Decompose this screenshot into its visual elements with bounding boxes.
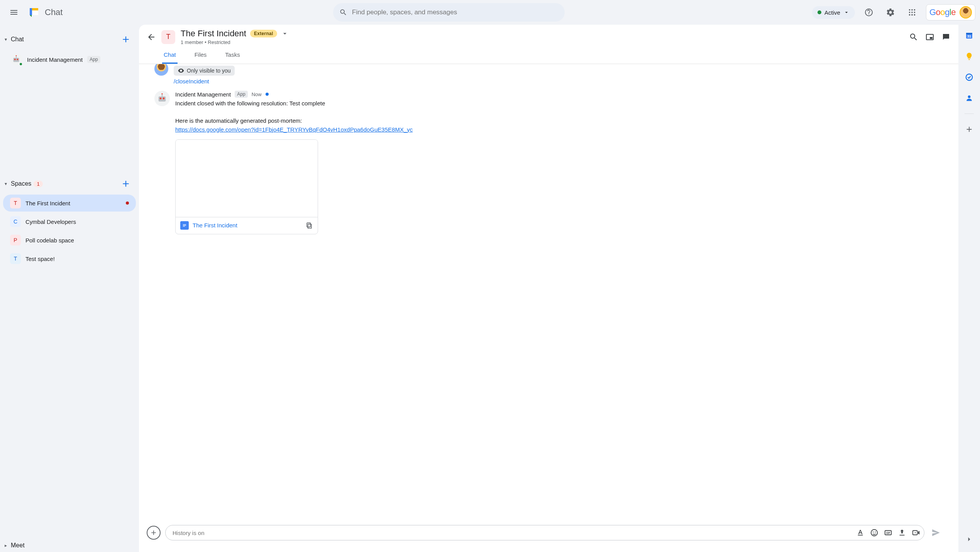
picture-in-picture-icon[interactable] (925, 32, 934, 42)
meet-section-title: Meet (11, 542, 25, 549)
add-attachment-button[interactable] (147, 526, 161, 540)
app-name: Chat (45, 7, 63, 17)
chevron-down-icon (843, 9, 850, 15)
bot-avatar-icon (154, 91, 170, 106)
space-chip-icon: T (10, 198, 21, 208)
space-item-cymbal[interactable]: C Cymbal Developers (3, 213, 136, 230)
space-item-poll[interactable]: P Poll codelab space (3, 232, 136, 249)
spaces-section-header[interactable]: ▾ Spaces 1 (0, 174, 139, 194)
svg-text:GIF: GIF (886, 532, 890, 534)
space-chip-icon: C (10, 216, 21, 227)
search-bar[interactable] (333, 3, 565, 22)
tabs: Chat Files Tasks (139, 45, 958, 64)
search-in-space-icon[interactable] (909, 32, 918, 42)
svg-point-7 (914, 9, 916, 11)
keep-icon[interactable] (962, 49, 976, 63)
sidebar: ▾ Chat Incident Management App ▾ Spaces … (0, 25, 139, 552)
search-icon (339, 8, 347, 17)
gif-icon[interactable]: GIF (884, 528, 892, 537)
svg-point-12 (911, 14, 913, 16)
docs-icon (180, 221, 189, 230)
tab-tasks[interactable]: Tasks (223, 47, 241, 64)
contacts-icon[interactable] (962, 91, 976, 105)
upload-icon[interactable] (898, 528, 906, 537)
calendar-icon[interactable]: 31 (962, 29, 976, 42)
space-item-first-incident[interactable]: T The First Incident (3, 195, 136, 212)
chat-section-header[interactable]: ▾ Chat (0, 29, 139, 49)
side-rail: 31 (958, 25, 980, 552)
search-input[interactable] (352, 8, 559, 16)
new-chat-button[interactable] (119, 32, 133, 46)
svg-rect-30 (307, 223, 310, 227)
svg-point-16 (17, 59, 18, 60)
back-button[interactable] (147, 32, 156, 42)
svg-point-33 (875, 532, 876, 532)
show-side-panel-button[interactable] (962, 538, 976, 552)
tab-files[interactable]: Files (193, 47, 208, 64)
copy-icon[interactable] (305, 222, 313, 229)
send-button[interactable] (929, 526, 943, 540)
doc-preview-card[interactable]: The First Incident (175, 139, 318, 234)
svg-text:31: 31 (967, 34, 971, 38)
chat-logo-icon (26, 5, 42, 20)
eye-icon (178, 67, 184, 74)
account-chip[interactable]: Google (926, 4, 975, 20)
svg-point-41 (968, 95, 971, 98)
status-dot-icon (818, 10, 821, 14)
svg-rect-26 (183, 224, 186, 225)
tab-chat[interactable]: Chat (162, 47, 178, 64)
svg-rect-20 (930, 37, 933, 39)
unread-dot-icon (126, 201, 129, 205)
chat-item-label: Incident Management (27, 56, 83, 63)
bot-message: Incident Management App Now Incident clo… (154, 91, 943, 234)
svg-rect-3 (32, 10, 38, 15)
new-space-button[interactable] (119, 177, 133, 191)
doc-name[interactable]: The First Incident (193, 221, 237, 230)
message-input[interactable] (173, 530, 854, 536)
svg-point-5 (909, 9, 911, 11)
svg-point-8 (909, 12, 911, 13)
message-composer[interactable]: GIF (165, 525, 924, 540)
thread-panel-icon[interactable] (941, 32, 951, 42)
video-meeting-icon[interactable] (912, 528, 920, 537)
status-label: Active (824, 9, 840, 16)
doc-thumbnail (176, 140, 318, 217)
status-pill[interactable]: Active (812, 6, 855, 19)
chevron-down-icon[interactable] (281, 30, 289, 37)
space-item-test[interactable]: T Test space! (3, 250, 136, 267)
format-icon[interactable] (856, 528, 865, 537)
tasks-icon[interactable] (962, 70, 976, 84)
user-message: Only visible to you /closeIncident (154, 66, 943, 85)
spaces-section-title: Spaces (11, 180, 31, 187)
svg-point-11 (909, 14, 911, 16)
space-title: The First Incident (181, 29, 246, 39)
svg-rect-27 (183, 225, 186, 226)
help-icon[interactable] (861, 5, 877, 20)
google-logo: Google (929, 7, 956, 17)
presence-dot-icon (19, 62, 23, 66)
chat-item-incident-management[interactable]: Incident Management App (3, 50, 136, 69)
apps-grid-icon[interactable] (904, 5, 920, 20)
svg-point-13 (914, 14, 916, 16)
caret-right-icon: ▸ (3, 543, 8, 548)
user-avatar-icon (154, 64, 168, 76)
svg-rect-28 (183, 226, 185, 227)
message-timestamp: Now (252, 91, 262, 97)
main-panel: T The First Incident External 1 member •… (139, 25, 958, 552)
caret-down-icon: ▾ (3, 181, 8, 186)
slash-command-text: /closeIncident (174, 78, 235, 85)
svg-point-25 (161, 93, 162, 94)
emoji-icon[interactable] (870, 528, 878, 537)
meet-section-header[interactable]: ▸ Meet (0, 539, 139, 552)
bot-avatar-icon (10, 53, 22, 66)
space-item-label: Test space! (25, 256, 55, 262)
main-menu-icon[interactable] (5, 3, 23, 22)
settings-icon[interactable] (883, 5, 898, 20)
add-addon-button[interactable] (962, 122, 976, 136)
svg-point-18 (16, 55, 17, 56)
svg-point-15 (14, 59, 16, 60)
svg-rect-14 (13, 58, 19, 62)
svg-rect-17 (16, 56, 17, 58)
post-mortem-link[interactable]: https://docs.google.com/open?id=1Fbjo4E_… (175, 126, 413, 133)
svg-rect-29 (308, 224, 311, 229)
